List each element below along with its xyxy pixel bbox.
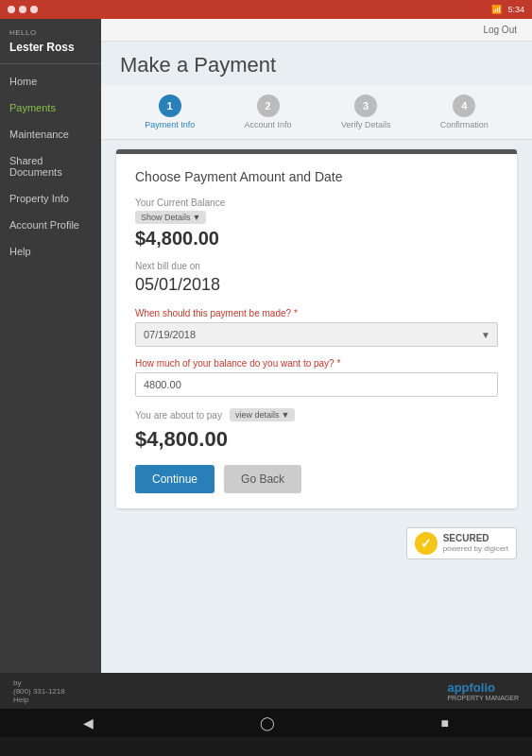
norton-badge: ✓ SECURED powered by digicert [101,518,532,565]
footer-help[interactable]: Help [13,696,65,704]
current-balance-label: Your Current Balance [135,198,498,208]
footer-by: by [13,679,65,687]
step-circle-2: 2 [257,94,280,117]
page-title: Make a Payment [120,53,513,77]
go-back-button[interactable]: Go Back [224,465,301,493]
view-details-chevron-icon: ▼ [281,410,289,420]
step-1[interactable]: 1 Payment Info [145,94,195,129]
sidebar-item-maintenance[interactable]: Maintenance [0,121,101,147]
status-bar-left [8,6,38,13]
norton-check-icon: ✓ [415,532,438,555]
time-display: 5:34 [507,5,524,14]
status-bar-right: 📶 5:34 [491,5,524,14]
step-circle-3: 3 [354,94,377,117]
step-circle-4: 4 [453,94,475,117]
amount-label: How much of your balance do you want to … [135,358,498,369]
payment-date-label: When should this payment be made? * [135,308,498,318]
nav-back-button[interactable]: ◀ [64,712,112,734]
sidebar-username: Lester Ross [0,41,101,63]
step-label-3: Verify Details [341,120,391,129]
footer-logo-sub: PROPERTY MANAGER [447,695,519,701]
chevron-down-icon: ▼ [193,213,201,222]
step-circle-1: 1 [159,94,181,117]
sidebar-item-help[interactable]: Help [0,238,101,265]
nav-square-button[interactable]: ■ [422,712,468,734]
next-bill-date: 05/01/2018 [135,275,498,295]
footer-left: by (800) 331-1218 Help [13,679,65,704]
payment-date-select[interactable]: 07/19/2018 [135,322,498,347]
section-title: Choose Payment Amount and Date [135,169,498,184]
footer-logo-text: appfolio [447,680,495,695]
step-label-4: Confirmation [440,120,489,129]
current-balance-amount: $4,800.00 [135,228,498,249]
form-card-body: Choose Payment Amount and Date Your Curr… [116,154,517,508]
payment-date-group: When should this payment be made? * 07/1… [135,308,498,347]
top-bar: Log Out [101,19,532,42]
show-details-button[interactable]: Show Details ▼ [135,211,206,224]
about-to-pay-label: You are about to pay [135,410,222,421]
pay-amount: $4,800.00 [135,427,498,452]
nav-bar: ◀ ◯ ■ [0,709,532,737]
norton-text: SECURED powered by digicert [443,532,508,554]
logout-button[interactable]: Log Out [483,25,517,35]
norton-powered-by: powered by digicert [443,544,508,554]
amount-group: How much of your balance do you want to … [135,358,498,397]
step-2[interactable]: 2 Account Info [245,94,292,129]
next-bill-label: Next bill due on [135,261,498,271]
pay-row: You are about to pay view details ▼ [135,408,498,421]
view-details-button[interactable]: view details ▼ [230,408,295,421]
sidebar-item-shared-documents[interactable]: Shared Documents [0,147,101,185]
required-star: * [294,308,298,318]
sidebar-hello: HELLO [0,19,101,41]
step-4[interactable]: 4 Confirmation [440,94,489,129]
action-buttons: Continue Go Back [135,465,498,493]
sidebar-divider [0,63,101,64]
nav-home-button[interactable]: ◯ [241,712,294,734]
main-content: Log Out Make a Payment 1 Payment Info 2 … [101,19,532,673]
amount-input[interactable] [135,372,498,397]
sidebar-item-property-info[interactable]: Property Info [0,185,101,212]
status-dot-3 [30,6,38,13]
norton-secured-label: SECURED [443,532,508,544]
footer-logo: appfolio PROPERTY MANAGER [447,680,519,701]
footer-bar: by (800) 331-1218 Help appfolio PROPERTY… [0,673,532,709]
sidebar: HELLO Lester Ross Home Payments Maintena… [0,19,101,673]
form-card: Choose Payment Amount and Date Your Curr… [116,149,517,508]
balance-row: Show Details ▼ [135,211,498,224]
sidebar-item-payments[interactable]: Payments [0,94,101,121]
payment-date-select-wrapper: 07/19/2018 ▼ [135,322,498,347]
footer-phone: (800) 331-1218 [13,687,65,696]
norton-box: ✓ SECURED powered by digicert [406,527,517,559]
status-dot-1 [8,6,15,13]
status-bar: 📶 5:34 [0,0,532,19]
step-label-2: Account Info [245,120,292,129]
page-header: Make a Payment [101,42,532,85]
step-label-1: Payment Info [145,120,195,129]
wifi-icon: 📶 [491,5,502,14]
sidebar-item-account-profile[interactable]: Account Profile [0,212,101,238]
steps-container: 1 Payment Info 2 Account Info 3 Verify D… [101,85,532,140]
sidebar-item-home[interactable]: Home [0,68,101,94]
continue-button[interactable]: Continue [135,465,215,493]
step-3[interactable]: 3 Verify Details [341,94,391,129]
status-dot-2 [19,6,26,13]
amount-required-star: * [336,358,340,369]
